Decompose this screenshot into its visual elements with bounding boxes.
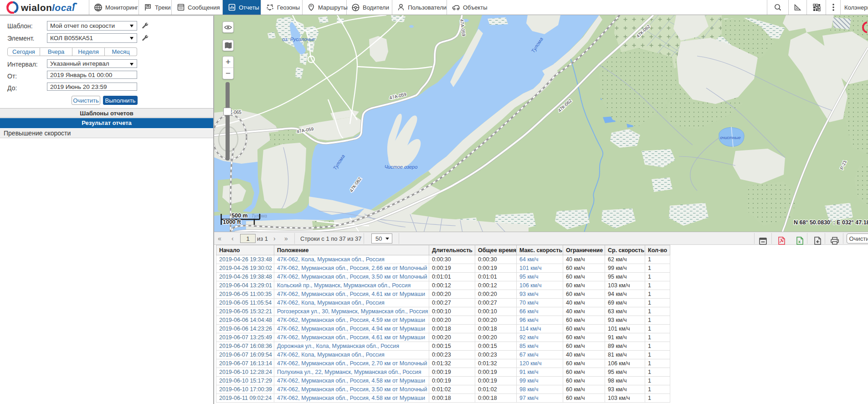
svg-text:К-065: К-065 [230,110,241,115]
svg-text:очистные: очистные [720,135,740,140]
svg-text:wialon: wialon [21,2,52,13]
svg-text:N 68° 50.0830' : E 032° 47.18: N 68° 50.0830' : E 032° 47.18 [794,219,868,226]
svg-text:оз. Русалочье: оз. Русалочье [282,36,315,42]
svg-text:x: x [798,239,801,244]
svg-text:local: local [52,2,75,13]
svg-text:500 m: 500 m [231,212,247,219]
svg-text:1000 ft: 1000 ft [223,219,241,225]
svg-text:Чистое озеро: Чистое озеро [385,164,418,170]
